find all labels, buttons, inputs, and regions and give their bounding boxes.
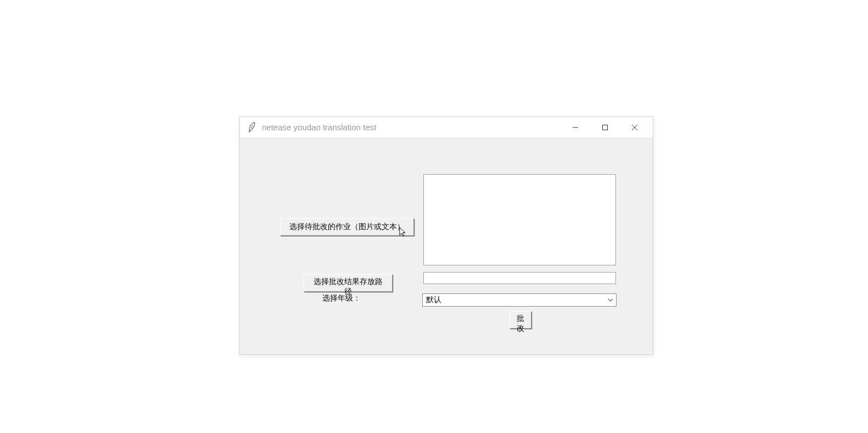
window-controls	[561, 118, 649, 137]
combobox-selected-text: 默认	[423, 295, 605, 305]
homework-textarea[interactable]	[423, 174, 616, 265]
maximize-button[interactable]	[590, 118, 620, 137]
application-window: netease youdao translation test 选择待批改的作业…	[239, 116, 653, 355]
title-bar[interactable]: netease youdao translation test	[240, 117, 653, 138]
process-button[interactable]: 批改	[509, 311, 531, 329]
grade-combobox[interactable]: 默认	[422, 293, 617, 307]
client-area: 选择待批改的作业（图片或文本） 选择批改结果存放路径 选择年级： 默认 批改	[240, 138, 653, 354]
close-button[interactable]	[620, 118, 649, 137]
chevron-down-icon	[605, 294, 616, 306]
grade-label: 选择年级：	[322, 293, 361, 303]
svg-rect-1	[603, 125, 608, 130]
select-homework-button[interactable]: 选择待批改的作业（图片或文本）	[280, 218, 414, 236]
window-title: netease youdao translation test	[262, 123, 561, 132]
select-result-path-button[interactable]: 选择批改结果存放路径	[304, 274, 393, 292]
minimize-button[interactable]	[561, 118, 590, 137]
result-path-input[interactable]	[423, 272, 616, 284]
tk-feather-icon	[247, 122, 257, 133]
